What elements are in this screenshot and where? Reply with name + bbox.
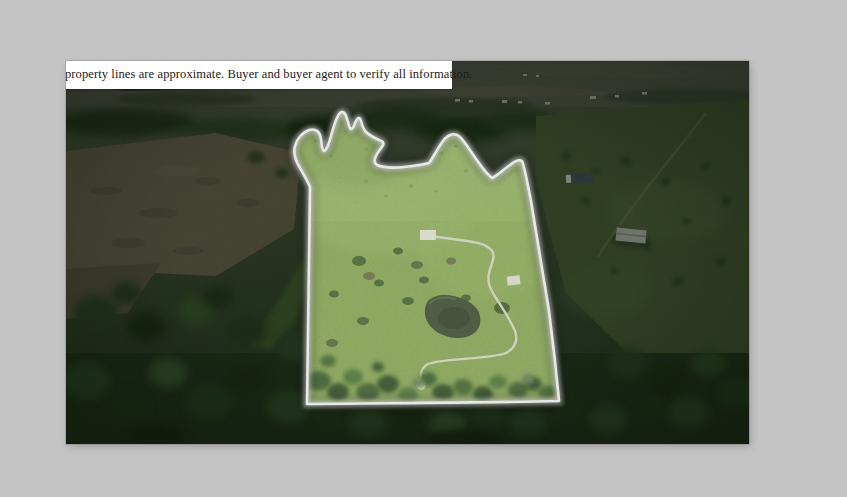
aerial-photo: All property lines are approximate. Buye…: [66, 61, 749, 444]
disclaimer-text: All property lines are approximate. Buye…: [66, 67, 473, 82]
disclaimer-banner: All property lines are approximate. Buye…: [66, 61, 452, 89]
photo-scene: [66, 61, 749, 444]
photo-grain: [66, 61, 749, 444]
